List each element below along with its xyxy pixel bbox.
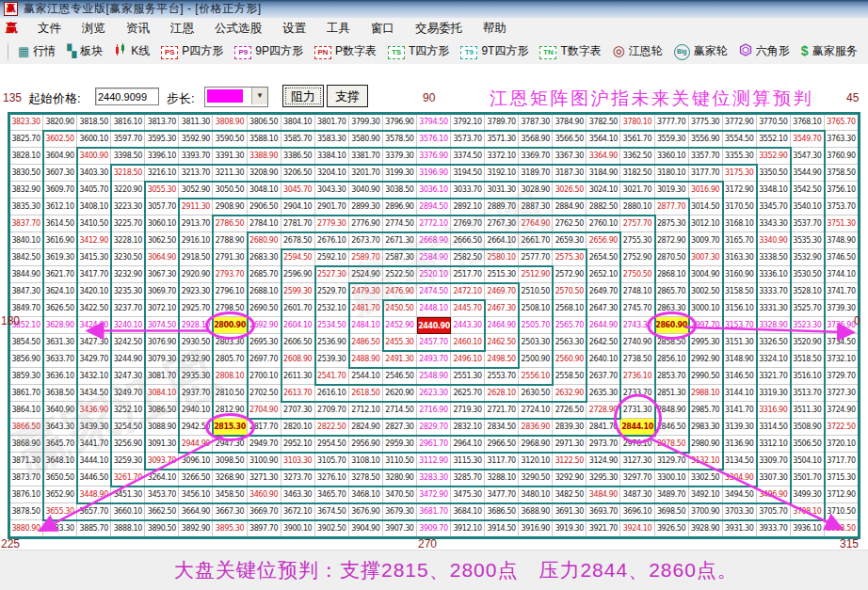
gann-cell[interactable]: 3146.50 <box>723 368 757 385</box>
gann-cell[interactable]: 2719.30 <box>451 402 485 419</box>
gann-cell[interactable]: 3720.10 <box>825 436 859 453</box>
toolbar-button-行情[interactable]: ▦行情 <box>12 41 61 61</box>
gann-cell[interactable]: 3168.10 <box>723 215 757 232</box>
support-button[interactable]: 支撑位 <box>327 85 368 107</box>
gann-cell[interactable]: 3016.90 <box>689 182 723 199</box>
gann-cell[interactable]: 3000.10 <box>689 300 723 317</box>
gann-cell[interactable]: 3460.90 <box>248 486 281 503</box>
gann-cell[interactable]: 3369.70 <box>519 148 553 165</box>
gann-cell[interactable]: 2971.30 <box>553 436 587 453</box>
gann-cell[interactable]: 3110.50 <box>383 453 417 470</box>
gann-cell[interactable]: 2676.10 <box>315 232 349 249</box>
gann-cell[interactable]: 3722.50 <box>825 419 859 436</box>
gann-cell[interactable]: 2961.70 <box>417 436 451 453</box>
toolbar-button-P数字表[interactable]: PNP数字表 <box>309 41 382 61</box>
gann-cell[interactable]: 3237.70 <box>111 300 145 317</box>
title-bar[interactable]: 赢 赢家江恩专业版[赢家服务平台] - [价格正方形] <box>0 0 868 18</box>
gann-cell[interactable]: 2623.30 <box>417 385 451 402</box>
gann-cell[interactable]: 3062.50 <box>145 232 179 249</box>
gann-cell[interactable]: 3448.90 <box>77 486 111 503</box>
gann-cell[interactable]: 3396.10 <box>145 148 179 165</box>
gann-cell[interactable]: 2575.30 <box>553 249 587 266</box>
gann-cell[interactable]: 3273.70 <box>281 470 315 486</box>
gann-cell[interactable]: 3590.50 <box>213 131 247 148</box>
gann-cell[interactable]: 2656.90 <box>587 232 620 249</box>
gann-cell[interactable]: 3825.70 <box>9 131 43 148</box>
gann-cell[interactable]: 3204.10 <box>315 165 349 182</box>
gann-cell[interactable]: 2594.50 <box>281 249 315 266</box>
gann-cell[interactable]: 3717.70 <box>825 453 859 470</box>
gann-cell[interactable]: 2445.70 <box>451 300 485 317</box>
menu-item-公式选股[interactable]: 公式选股 <box>204 19 272 39</box>
gann-cell[interactable]: 3621.70 <box>43 266 77 283</box>
gann-cell[interactable]: 2671.30 <box>383 232 417 249</box>
gann-cell[interactable]: 3242.50 <box>111 334 145 351</box>
gann-cell[interactable]: 3835.30 <box>9 199 43 215</box>
gann-cell[interactable]: 3837.70 <box>9 215 43 232</box>
gann-cell[interactable]: 2932.90 <box>179 351 213 368</box>
gann-cell[interactable]: 3847.30 <box>9 283 43 300</box>
gann-cell[interactable]: 2798.50 <box>213 300 247 317</box>
gann-cell[interactable]: 2851.30 <box>655 385 689 402</box>
gann-cell[interactable]: 3122.50 <box>553 453 587 470</box>
gann-cell[interactable]: 2899.30 <box>349 199 383 215</box>
gann-cell[interactable]: 3064.90 <box>145 249 179 266</box>
gann-cell[interactable]: 2457.70 <box>417 334 451 351</box>
gann-cell[interactable]: 3679.30 <box>383 503 417 520</box>
gann-cell[interactable]: 3026.50 <box>553 182 587 199</box>
gann-cell[interactable]: 3100.90 <box>248 453 281 470</box>
gann-cell[interactable]: 3264.10 <box>145 470 179 486</box>
gann-cell[interactable]: 3316.90 <box>757 402 791 419</box>
gann-cell[interactable]: 2760.10 <box>587 215 620 232</box>
gann-cell[interactable]: 2690.50 <box>248 300 281 317</box>
gann-cell[interactable]: 2728.90 <box>587 402 620 419</box>
gann-cell[interactable]: 2868.10 <box>655 266 689 283</box>
gann-cell[interactable]: 2812.90 <box>213 402 247 419</box>
gann-cell[interactable]: 3616.90 <box>43 232 77 249</box>
gann-cell[interactable]: 3038.50 <box>383 182 417 199</box>
gann-cell[interactable]: 3914.50 <box>485 520 519 537</box>
gann-cell[interactable]: 3588.10 <box>248 131 281 148</box>
gann-cell[interactable]: 3566.50 <box>553 131 587 148</box>
gann-cell[interactable]: 2805.70 <box>213 351 247 368</box>
gann-cell[interactable]: 3384.10 <box>315 148 349 165</box>
gann-cell[interactable]: 3873.70 <box>9 470 43 486</box>
gann-cell[interactable]: 2781.70 <box>281 215 315 232</box>
gann-cell[interactable]: 2565.70 <box>553 317 587 334</box>
gann-cell[interactable]: 3888.10 <box>111 520 145 537</box>
gann-cell[interactable]: 3703.30 <box>723 503 757 520</box>
gann-cell[interactable]: 2992.90 <box>689 351 723 368</box>
gann-cell[interactable]: 2548.90 <box>417 368 451 385</box>
gann-cell[interactable]: 2959.30 <box>383 436 417 453</box>
gann-cell[interactable]: 3134.50 <box>723 453 757 470</box>
gann-cell[interactable]: 2752.90 <box>620 249 654 266</box>
gann-cell[interactable]: 2491.30 <box>383 351 417 368</box>
gann-cell[interactable]: 3753.70 <box>825 199 859 215</box>
gann-cell[interactable]: 3261.70 <box>111 470 145 486</box>
gann-cell[interactable]: 3542.50 <box>791 182 825 199</box>
gann-cell[interactable]: 3631.30 <box>43 334 77 351</box>
gann-cell[interactable]: 2976.10 <box>620 436 654 453</box>
gann-cell[interactable]: 2846.50 <box>655 419 689 436</box>
gann-cell[interactable]: 3667.30 <box>213 503 247 520</box>
gann-cell[interactable]: 3919.30 <box>553 520 587 537</box>
gann-cell[interactable]: 3355.30 <box>723 148 757 165</box>
gann-cell[interactable]: 3158.50 <box>723 283 757 300</box>
gann-cell[interactable]: 3760.90 <box>825 148 859 165</box>
toolbar-button-赢家轮[interactable]: Big赢家轮 <box>668 41 733 62</box>
gann-cell[interactable]: 2520.10 <box>417 266 451 283</box>
gann-cell[interactable]: 3372.10 <box>485 148 519 165</box>
gann-cell[interactable]: 3866.50 <box>9 419 43 436</box>
gann-cell[interactable]: 2685.70 <box>248 266 281 283</box>
gann-cell[interactable]: 2462.50 <box>485 334 519 351</box>
gann-cell[interactable]: 3648.10 <box>43 453 77 470</box>
gann-cell[interactable]: 3132.10 <box>689 453 723 470</box>
gann-cell[interactable]: 3009.70 <box>689 232 723 249</box>
gann-cell[interactable]: 3405.70 <box>77 182 111 199</box>
gann-cell[interactable]: 3165.70 <box>723 232 757 249</box>
gann-cell[interactable]: 3676.90 <box>349 503 383 520</box>
gann-cell[interactable]: 2839.30 <box>553 419 587 436</box>
gann-cell[interactable]: 3074.50 <box>145 317 179 334</box>
gann-cell[interactable]: 3069.70 <box>145 283 179 300</box>
gann-cell[interactable]: 3127.30 <box>620 453 654 470</box>
